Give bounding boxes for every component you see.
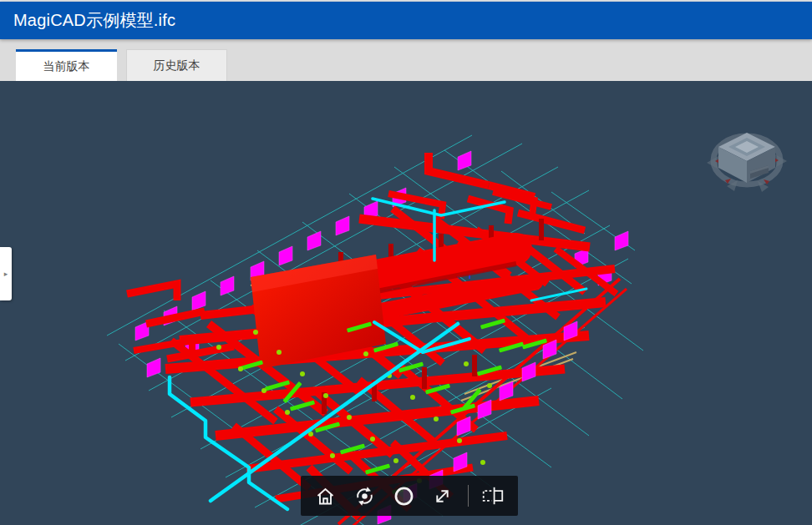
view-toolbar bbox=[301, 476, 518, 516]
tab-current-version[interactable]: 当前版本 bbox=[16, 49, 117, 81]
section-box-icon bbox=[480, 485, 505, 507]
title-bar: MagiCAD示例模型.ifc bbox=[0, 2, 812, 39]
version-tabbar: 当前版本 历史版本 bbox=[0, 39, 812, 81]
page-title: MagiCAD示例模型.ifc bbox=[13, 9, 175, 32]
expand-arrows-icon bbox=[431, 485, 454, 507]
chevron-right-icon: ▸ bbox=[4, 270, 8, 278]
left-panel-toggle[interactable]: ▸ bbox=[0, 247, 12, 300]
tab-label: 历史版本 bbox=[154, 58, 200, 73]
tab-label: 当前版本 bbox=[43, 59, 90, 74]
fullscreen-button[interactable] bbox=[429, 482, 457, 510]
select-mode-button[interactable] bbox=[389, 482, 418, 510]
orbit-icon bbox=[353, 485, 376, 507]
tab-history-version[interactable]: 历史版本 bbox=[126, 49, 227, 81]
app-window: { "header": { "title": "MagiCAD示例模型.ifc"… bbox=[0, 0, 812, 525]
model-viewport[interactable]: ▸ bbox=[0, 81, 812, 525]
model-3d-render[interactable] bbox=[0, 81, 812, 525]
view-cube-icon bbox=[707, 133, 787, 192]
view-cube[interactable] bbox=[707, 119, 787, 199]
home-view-button[interactable] bbox=[312, 482, 340, 510]
orbit-button[interactable] bbox=[350, 482, 378, 510]
section-box-button[interactable] bbox=[479, 482, 507, 510]
circle-icon bbox=[393, 485, 415, 507]
home-icon bbox=[314, 485, 337, 507]
toolbar-divider bbox=[468, 485, 469, 507]
